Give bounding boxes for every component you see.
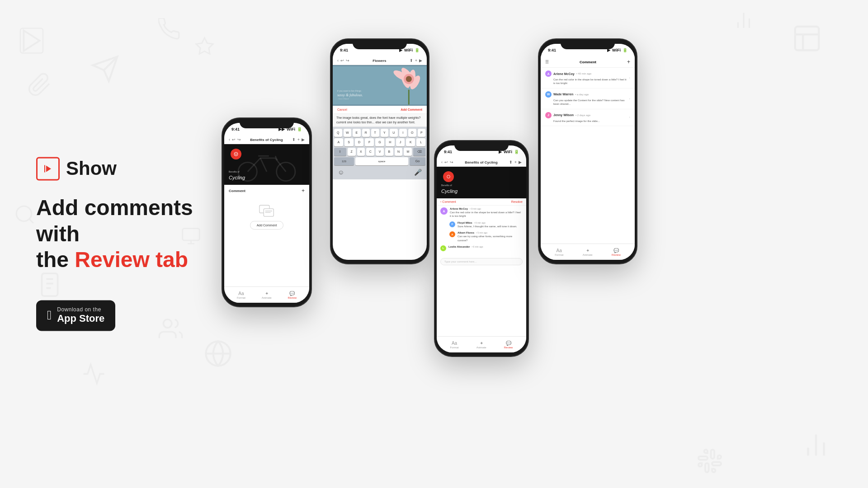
phone-4-comment-list-item-1[interactable]: A Arlene McCoy • 40 min ago Can the red … (541, 68, 635, 89)
phone-3-back-btn[interactable]: ‹ Comment (440, 200, 456, 203)
phone-4-comment-list-item-3[interactable]: J Jenny Wilson • 2 days ago Found the pe… (541, 109, 635, 126)
phone-4-notch (561, 39, 615, 49)
phone-2-title: Flowers (349, 59, 410, 63)
phone-4-panel-header: ☰ Comment + (541, 56, 635, 68)
left-content: Show Add comments with the Review tab  … (36, 157, 240, 331)
phone-1-comment-header: Comment + (229, 188, 305, 194)
phone-3-time: 9:41 (444, 150, 452, 154)
phone-4-tab-animate[interactable]: ✦ Animate (583, 248, 593, 256)
avatar-4: L (440, 245, 446, 251)
phone-2-comment-input[interactable]: The image looks great, does the font hav… (333, 114, 427, 127)
phone-1-header: ‹ ↩ ↪ Benefits of Cycling ⬆ + ▶ (224, 136, 309, 144)
avatar-3: A (449, 231, 455, 237)
logo-icon (36, 157, 60, 180)
apple-icon:  (47, 309, 52, 322)
chevron-2: › (629, 97, 630, 101)
phone-1-empty-comment: Add Comment (229, 197, 305, 237)
phone-1-notch (240, 118, 294, 128)
svg-rect-16 (44, 165, 45, 172)
phone-1-tab-review[interactable]: 💬 Review (288, 291, 297, 299)
phone-3-tab-review[interactable]: 💬 Review (504, 341, 513, 349)
phone-1-add-comment-button[interactable]: Add Comment (250, 221, 284, 230)
phone-1-time: 9:41 (231, 127, 240, 131)
phone-3-thread-header: ‹ Comment Resolve (437, 198, 526, 206)
phone-3-header: ‹ ↩ ↪ Benefits of Cycling ⬆ + ▶ (437, 158, 526, 167)
phone-2-cancel[interactable]: Cancel (337, 108, 347, 111)
keyboard-bottom-row: ☺ 🎤 (334, 167, 425, 178)
avatar-2: F (449, 221, 455, 227)
keyboard-row-4: 123 space Go (334, 157, 425, 165)
phone-3-comment-thread: A Arlene McCoy • 9 min ago Can the red c… (437, 206, 526, 256)
phone-4: 9:41 ▶WiFi🔋 ‹ ↩ ↪ Flowers ⬆ + ▶ (538, 38, 637, 264)
phone-4-comment-list-item-2[interactable]: W Wade Warren • a day ago Can you update… (541, 89, 635, 109)
headline-highlight: Review tab (75, 248, 188, 272)
phone-2-add[interactable]: Add Comment (401, 108, 422, 111)
phone-1-title: Benefits of Cycling (241, 138, 292, 142)
svg-marker-15 (46, 165, 51, 172)
phone-2-notch (353, 39, 407, 49)
phone-3-type-input[interactable]: Type your comment here... (440, 258, 523, 265)
headline-line1: Add comments with (36, 195, 240, 247)
phone-3-notch (454, 141, 509, 151)
avatar-p4-1: A (545, 70, 552, 77)
phone-3-resolve-btn[interactable]: Resolve (511, 200, 523, 203)
phone-4-tab-bar: Aa Format ✦ Animate 💬 Review (541, 244, 635, 260)
phone-2-header: ‹ ↩ ↪ Flowers ⬆ + ▶ (333, 56, 427, 65)
svg-point-33 (447, 175, 450, 178)
phone-3-tab-format[interactable]: Aa Format (450, 341, 459, 349)
phone-3-screen: 9:41 ▶WiFi🔋 ‹ ↩ ↪ Benefits of Cycling ⬆ … (437, 145, 526, 352)
keyboard-row-1: QWERTYUIOP (334, 129, 425, 137)
comment-item-1: A Arlene McCoy • 9 min ago Can the red c… (440, 207, 523, 218)
phone-2-keyboard[interactable]: QWERTYUIOP ASDFGHJKL ⇧ZXCVBNM⌫ 123 space… (333, 127, 427, 179)
phone-3-tab-bar: Aa Format ✦ Animate 💬 Review (437, 336, 526, 352)
phone-4-panel-title: Comment (580, 60, 596, 64)
brand-name: Show (66, 158, 117, 179)
phone-2-screen: 9:41 ▶WiFi🔋 ‹ ↩ ↪ Flowers ⬆ + ▶ (333, 44, 427, 260)
chevron-3: › (629, 115, 630, 119)
svg-marker-1 (196, 38, 213, 54)
phone-3: 9:41 ▶WiFi🔋 ‹ ↩ ↪ Benefits of Cycling ⬆ … (434, 140, 529, 357)
phone-2-comment-text: The image looks great, does the font hav… (336, 116, 423, 125)
phone-2-slide: if you want to live things sassy & fabul… (333, 65, 427, 106)
headline-line2: the Review tab (36, 247, 240, 273)
phone-1-add-icon[interactable]: + (302, 188, 305, 194)
avatar-p4-2: W (545, 91, 552, 98)
phone-2-action-bar: Cancel Add Comment (333, 106, 427, 114)
phone-3-tab-animate[interactable]: ✦ Animate (476, 341, 486, 349)
phone-4-panel-add[interactable]: + (627, 59, 630, 65)
phone-1-tab-animate[interactable]: ✦ Animate (262, 291, 272, 299)
app-store-top-text: Download on the (57, 306, 104, 313)
svg-point-31 (406, 76, 412, 82)
app-store-button[interactable]:  Download on the App Store (36, 300, 115, 331)
svg-point-2 (16, 206, 31, 221)
phone-3-type-placeholder: Type your comment here... (444, 260, 476, 263)
phone-2-slide-text: if you want to live things sassy & fabul… (337, 89, 363, 100)
phone-4-tab-format[interactable]: Aa Format (555, 248, 563, 256)
svg-rect-0 (20, 28, 43, 53)
phone-3-title: Benefits of Cycling (453, 160, 509, 164)
phone-2-time: 9:41 (340, 48, 348, 52)
app-store-text-block: Download on the App Store (57, 306, 104, 324)
headline: Add comments with the Review tab (36, 195, 240, 273)
avatar-1: A (440, 207, 448, 215)
app-store-bottom-text: App Store (57, 313, 104, 324)
phone-4-screen: 9:41 ▶WiFi🔋 ‹ ↩ ↪ Flowers ⬆ + ▶ (541, 44, 635, 260)
phone-4-time: 9:41 (548, 48, 556, 52)
phone-4-comment-panel: ☰ Comment + A Arlene McCoy • 40 min ago … (541, 56, 635, 244)
phone-4-tab-review[interactable]: 💬 Review (612, 248, 621, 256)
avatar-p4-3: J (545, 112, 552, 118)
brand-logo: Show (36, 157, 240, 180)
phone-2: 9:41 ▶WiFi🔋 ‹ ↩ ↪ Flowers ⬆ + ▶ (330, 38, 429, 264)
svg-rect-9 (795, 27, 819, 51)
comment-item-4: L Leslie Alexander • 6 min ago (440, 245, 523, 251)
svg-point-10 (206, 341, 230, 366)
comment-item-2: F Floyd Miles • 6 min ago Sure Arlene, I… (440, 221, 523, 228)
chevron-1: › (629, 76, 630, 80)
keyboard-row-2: ASDFGHJKL (334, 138, 425, 146)
comment-item-3: A Albert Flores • 5 min ago Can we try u… (440, 231, 523, 242)
phone-3-slide: Benefits of Cycling (437, 167, 526, 198)
keyboard-row-3: ⇧ZXCVBNM⌫ (334, 148, 425, 156)
